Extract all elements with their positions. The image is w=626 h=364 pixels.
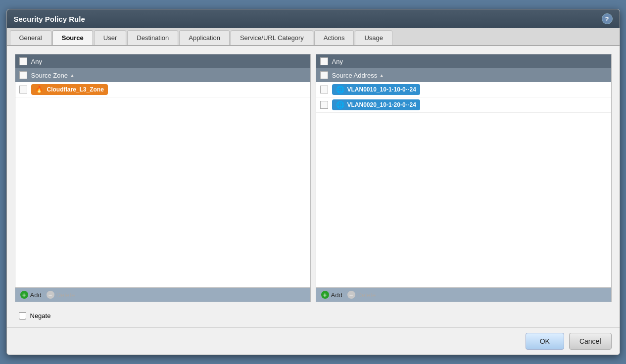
- source-address-item-0-label: VLAN0010_10-1-10-0--24: [347, 86, 416, 93]
- negate-checkbox[interactable]: [19, 312, 26, 319]
- tab-actions[interactable]: Actions: [314, 30, 354, 45]
- source-address-any-label: Any: [332, 58, 343, 65]
- source-address-item-1-checkbox[interactable]: [320, 101, 328, 109]
- source-address-item-1-badge[interactable]: 🌐 VLAN0020_10-1-20-0--24: [332, 99, 420, 110]
- source-zone-sort-icon: ▲: [70, 73, 75, 78]
- source-address-body: 🌐 VLAN0010_10-1-10-0--24 🌐 VLAN0020_10-1…: [316, 82, 611, 287]
- source-address-item-0-badge[interactable]: 🌐 VLAN0010_10-1-10-0--24: [332, 84, 420, 95]
- help-icon[interactable]: ?: [602, 13, 613, 24]
- source-zone-delete-label: Delete: [56, 291, 75, 299]
- source-zone-any-checkbox[interactable]: [19, 57, 27, 65]
- network-icon-0: 🌐: [336, 86, 344, 93]
- add-plus-icon-right: +: [321, 291, 329, 299]
- source-address-header-checkbox[interactable]: [320, 71, 328, 79]
- source-zone-header-checkbox[interactable]: [19, 71, 27, 79]
- tab-source[interactable]: Source: [52, 30, 93, 45]
- source-address-panel: Any Source Address ▲ 🌐 VLAN0010_10-1-10-…: [316, 54, 612, 302]
- source-zone-any-row: Any: [15, 54, 310, 68]
- security-policy-dialog: Security Policy Rule ? General Source Us…: [6, 9, 620, 355]
- add-plus-icon: +: [20, 291, 28, 299]
- tab-application[interactable]: Application: [179, 30, 230, 45]
- source-zone-body: Cloudflare_L3_Zone: [15, 82, 310, 287]
- source-address-any-row: Any: [316, 54, 611, 68]
- source-zone-header: Source Zone ▲: [15, 68, 310, 82]
- source-address-item-1: 🌐 VLAN0020_10-1-20-0--24: [316, 97, 611, 113]
- source-address-header: Source Address ▲: [316, 68, 611, 82]
- tabs-bar: General Source User Destination Applicat…: [7, 28, 620, 46]
- source-zone-footer: + Add − Delete: [15, 287, 310, 302]
- source-zone-any-label: Any: [31, 58, 42, 65]
- tab-service-url[interactable]: Service/URL Category: [231, 30, 313, 45]
- panels-container: Any Source Zone ▲ Cloudflare_L3_Zone: [15, 54, 612, 302]
- tab-user[interactable]: User: [94, 30, 126, 45]
- network-icon-1: 🌐: [336, 101, 344, 109]
- source-zone-item-0-label: Cloudflare_L3_Zone: [47, 86, 104, 93]
- source-zone-item-0-checkbox[interactable]: [19, 86, 27, 93]
- source-zone-item-0-badge[interactable]: Cloudflare_L3_Zone: [31, 84, 108, 95]
- ok-button[interactable]: OK: [526, 333, 564, 350]
- dialog-footer: OK Cancel: [7, 327, 620, 355]
- source-address-item-1-label: VLAN0020_10-1-20-0--24: [347, 101, 416, 108]
- tab-usage[interactable]: Usage: [355, 30, 392, 45]
- source-zone-delete-button[interactable]: − Delete: [47, 291, 75, 299]
- negate-label: Negate: [30, 312, 51, 319]
- source-zone-add-button[interactable]: + Add: [20, 291, 42, 299]
- source-address-footer: + Add − Delete: [316, 287, 611, 302]
- source-address-column-label: Source Address: [332, 72, 378, 79]
- delete-minus-icon-right: −: [347, 291, 355, 299]
- source-address-delete-label: Delete: [357, 291, 376, 299]
- source-zone-column-label: Source Zone: [31, 72, 68, 79]
- negate-row: Negate: [15, 307, 612, 319]
- source-address-add-button[interactable]: + Add: [321, 291, 342, 299]
- source-address-add-label: Add: [331, 291, 342, 299]
- cancel-button[interactable]: Cancel: [569, 333, 612, 350]
- source-address-delete-button[interactable]: − Delete: [347, 291, 376, 299]
- source-zone-item-0: Cloudflare_L3_Zone: [15, 82, 310, 97]
- zone-icon: [35, 86, 44, 93]
- dialog-title: Security Policy Rule: [14, 15, 85, 23]
- tab-general[interactable]: General: [10, 30, 51, 45]
- source-address-any-checkbox[interactable]: [320, 57, 328, 65]
- source-address-item-0: 🌐 VLAN0010_10-1-10-0--24: [316, 82, 611, 97]
- source-address-item-0-checkbox[interactable]: [320, 86, 328, 93]
- delete-minus-icon: −: [47, 291, 54, 299]
- source-zone-add-label: Add: [30, 291, 42, 299]
- title-bar: Security Policy Rule ?: [7, 9, 620, 28]
- source-zone-panel: Any Source Zone ▲ Cloudflare_L3_Zone: [15, 54, 311, 302]
- tab-content: Any Source Zone ▲ Cloudflare_L3_Zone: [7, 46, 620, 327]
- tab-destination[interactable]: Destination: [127, 30, 178, 45]
- source-address-sort-icon: ▲: [379, 73, 384, 78]
